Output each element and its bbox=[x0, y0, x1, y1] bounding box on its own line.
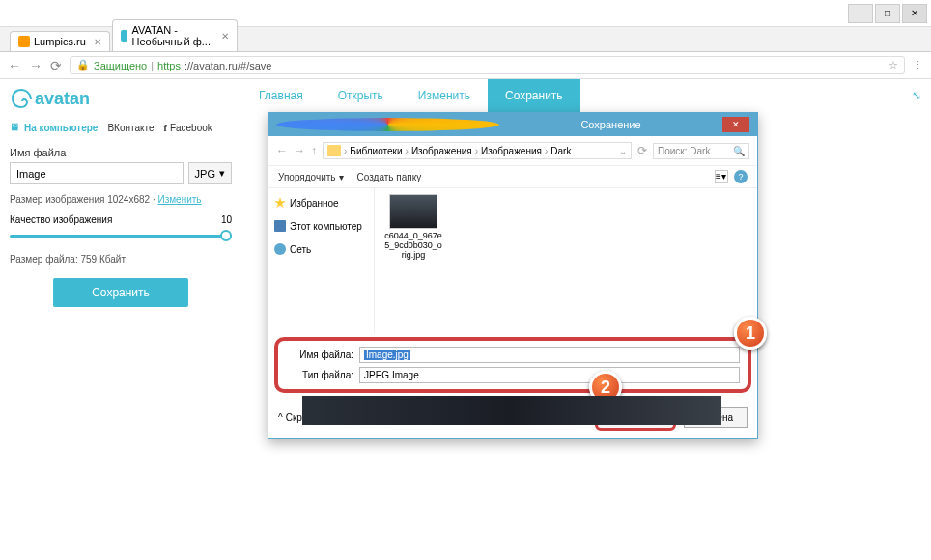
logo-text: avatan bbox=[35, 89, 90, 109]
file-list[interactable]: c6044_0_967e5_9cd0b030_orig.jpg bbox=[375, 188, 757, 333]
help-icon[interactable]: ? bbox=[734, 170, 748, 183]
dialog-nav: ← → ↑ › Библиотеки › Изображения › Изобр… bbox=[268, 136, 757, 166]
format-select[interactable]: JPG ▾ bbox=[188, 162, 232, 184]
filename-label: Имя файла: bbox=[286, 350, 353, 360]
favicon-icon bbox=[121, 30, 128, 42]
forward-icon[interactable]: → bbox=[29, 58, 42, 73]
sidebar-computer[interactable]: Этот компьютер bbox=[272, 217, 370, 235]
nav-forward-icon[interactable]: → bbox=[294, 144, 305, 157]
browser-tab[interactable]: Lumpics.ru ✕ bbox=[10, 31, 110, 51]
filename-fields-highlight: Имя файла: Image.jpg Тип файла: JPEG Ima… bbox=[274, 337, 751, 393]
back-icon[interactable]: ← bbox=[8, 58, 21, 73]
chevron-down-icon: ▾ bbox=[219, 167, 225, 180]
share-facebook[interactable]: f Facebook bbox=[164, 123, 212, 133]
dialog-titlebar: Сохранение ✕ bbox=[268, 113, 757, 136]
window-minimize[interactable]: – bbox=[848, 4, 873, 23]
menu-icon[interactable]: ⋮ bbox=[913, 59, 923, 71]
file-item[interactable]: c6044_0_967e5_9cd0b030_orig.jpg bbox=[384, 194, 442, 261]
organize-menu[interactable]: Упорядочить ▾ bbox=[278, 172, 344, 182]
sidebar-favorites[interactable]: Избранное bbox=[272, 194, 370, 211]
dialog-sidebar: Избранное Этот компьютер Сеть bbox=[268, 188, 375, 333]
tab-label: AVATAN - Необычный ф... bbox=[131, 24, 212, 47]
sidebar-network[interactable]: Сеть bbox=[272, 240, 370, 258]
new-folder-button[interactable]: Создать папку bbox=[357, 172, 422, 182]
chrome-icon bbox=[276, 118, 499, 131]
save-button[interactable]: Сохранить bbox=[53, 278, 188, 307]
left-column: avatan 🖥 На компьютере ВКонтакте f Faceb… bbox=[0, 79, 241, 560]
secure-label: Защищено bbox=[94, 60, 147, 71]
dialog-toolbar: Упорядочить ▾ Создать папку ≡▾ ? bbox=[268, 166, 757, 188]
logo-icon bbox=[10, 87, 33, 110]
monitor-icon: 🖥 bbox=[10, 122, 21, 133]
window-maximize[interactable]: □ bbox=[875, 4, 900, 23]
breadcrumb-bar[interactable]: › Библиотеки › Изображения › Изображения… bbox=[323, 142, 632, 159]
quality-slider[interactable] bbox=[10, 229, 232, 244]
lock-icon: 🔒 bbox=[76, 59, 90, 71]
dialog-body: Избранное Этот компьютер Сеть c6044_0_96… bbox=[268, 188, 757, 333]
chevron-down-icon: ▾ bbox=[339, 172, 344, 182]
filesize-label: Размер файла: 759 Кбайт bbox=[10, 254, 232, 265]
url-protocol: https bbox=[157, 60, 181, 71]
refresh-icon[interactable]: ⟳ bbox=[637, 144, 647, 157]
browser-tab[interactable]: AVATAN - Необычный ф... ✕ bbox=[112, 19, 238, 51]
dialog-close-button[interactable]: ✕ bbox=[722, 117, 749, 132]
logo[interactable]: avatan bbox=[10, 87, 232, 110]
chevron-up-icon: ^ bbox=[278, 412, 283, 423]
change-size-link[interactable]: Изменить bbox=[157, 194, 201, 205]
favicon-icon bbox=[18, 36, 30, 47]
quality-label: Качество изображения bbox=[10, 214, 112, 225]
url-path: ://avatan.ru/#/save bbox=[184, 60, 272, 71]
share-vk[interactable]: ВКонтакте bbox=[107, 123, 154, 133]
filename-field[interactable]: Image.jpg bbox=[359, 347, 740, 363]
star-icon bbox=[274, 197, 286, 209]
tab-close-icon[interactable]: ✕ bbox=[221, 31, 229, 42]
network-icon bbox=[274, 243, 286, 255]
image-size-row: Размер изображения 1024x682 · Изменить bbox=[10, 194, 232, 205]
tab-edit[interactable]: Изменить bbox=[401, 79, 488, 112]
window-close[interactable]: ✕ bbox=[902, 4, 927, 23]
quality-value: 10 bbox=[221, 214, 232, 225]
pc-icon bbox=[274, 220, 286, 232]
search-input[interactable]: Поиск: Dark 🔍 bbox=[653, 143, 749, 159]
nav-back-icon[interactable]: ← bbox=[276, 144, 288, 157]
expand-icon[interactable]: ⤡ bbox=[912, 89, 921, 102]
tab-main[interactable]: Главная bbox=[241, 79, 321, 112]
filetype-label: Тип файла: bbox=[286, 370, 353, 380]
filetype-select[interactable]: JPEG Image bbox=[359, 367, 740, 383]
page-tabs: Главная Открыть Изменить Сохранить bbox=[241, 79, 931, 112]
search-icon: 🔍 bbox=[733, 146, 745, 156]
browser-tabs: Lumpics.ru ✕ AVATAN - Необычный ф... ✕ bbox=[0, 27, 931, 52]
nav-up-icon[interactable]: ↑ bbox=[311, 144, 317, 157]
address-bar: ← → ⟳ 🔒 Защищено | https://avatan.ru/#/s… bbox=[0, 52, 931, 79]
annotation-badge-1: 1 bbox=[734, 317, 767, 350]
tab-save[interactable]: Сохранить bbox=[488, 79, 580, 112]
tab-label: Lumpics.ru bbox=[34, 36, 86, 47]
file-name: c6044_0_967e5_9cd0b030_orig.jpg bbox=[384, 232, 442, 261]
folder-icon bbox=[327, 145, 341, 156]
reload-icon[interactable]: ⟳ bbox=[50, 58, 62, 73]
tab-close-icon[interactable]: ✕ bbox=[94, 37, 101, 47]
url-input[interactable]: 🔒 Защищено | https://avatan.ru/#/save ☆ bbox=[70, 56, 905, 74]
save-dialog: Сохранение ✕ ← → ↑ › Библиотеки › Изобра… bbox=[268, 112, 758, 439]
filename-input[interactable] bbox=[10, 162, 184, 184]
share-row: 🖥 На компьютере ВКонтакте f Facebook bbox=[10, 122, 232, 133]
star-icon[interactable]: ☆ bbox=[889, 59, 898, 71]
share-computer[interactable]: 🖥 На компьютере bbox=[10, 122, 98, 133]
view-icon[interactable]: ≡▾ bbox=[715, 170, 728, 183]
file-thumbnail bbox=[389, 194, 437, 229]
preview-image bbox=[302, 396, 721, 425]
filename-label: Имя файла bbox=[10, 147, 232, 158]
tab-open[interactable]: Открыть bbox=[321, 79, 401, 112]
dialog-title: Сохранение bbox=[499, 119, 722, 130]
